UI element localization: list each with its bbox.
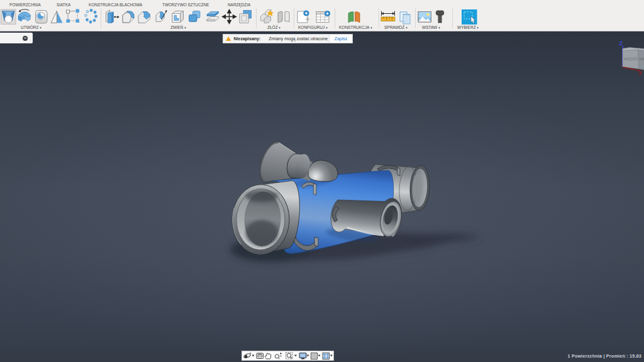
svg-text:PR: PR — [640, 57, 644, 62]
svg-text:X: X — [638, 70, 642, 76]
svg-text:PRZÓD: PRZÓD — [624, 56, 638, 62]
svg-text:Z: Z — [619, 40, 623, 47]
